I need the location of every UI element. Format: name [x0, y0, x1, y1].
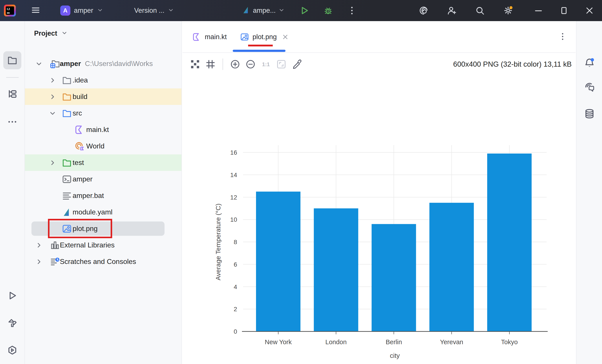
- fit-content-button[interactable]: [276, 59, 286, 69]
- folder-tool-button[interactable]: [3, 51, 21, 69]
- vcs-label: Version ...: [134, 7, 164, 14]
- svg-text:6: 6: [234, 261, 237, 268]
- project-tool-window: Project amperC:\Users\david\Works.ideabu…: [25, 21, 182, 364]
- play-button[interactable]: [299, 6, 310, 16]
- project-name: amper: [74, 7, 93, 14]
- gear-button[interactable]: [503, 6, 513, 16]
- zoom-in-button[interactable]: [230, 59, 240, 69]
- database-button[interactable]: [580, 105, 599, 123]
- chevron-collapsed-icon[interactable]: [49, 76, 56, 84]
- tree-row-external-libraries[interactable]: External Libraries: [25, 237, 182, 253]
- minimize-button[interactable]: [533, 6, 544, 16]
- tree-item-label: .idea: [73, 72, 88, 88]
- tree-row--idea[interactable]: .idea: [25, 72, 182, 88]
- close-button[interactable]: [584, 6, 594, 16]
- tree-item-label: main.kt: [86, 121, 109, 138]
- folder-icon: [62, 108, 72, 118]
- tree-item-label: module.yaml: [73, 204, 112, 220]
- bug-button[interactable]: [323, 6, 333, 16]
- one-to-one-button[interactable]: 1:1: [261, 59, 271, 69]
- chevron-collapsed-icon[interactable]: [35, 242, 43, 249]
- chevron-collapsed-icon[interactable]: [49, 93, 56, 100]
- tree-row-module-yaml[interactable]: module.yaml: [25, 204, 182, 220]
- user-plus-button[interactable]: [447, 6, 457, 16]
- intellij-logo: IJ: [4, 5, 16, 17]
- stripe-divider: [6, 77, 19, 78]
- more-horizontal-button[interactable]: [3, 113, 21, 131]
- image-file-icon: [240, 32, 249, 41]
- run-config-name: ampe...: [253, 7, 276, 14]
- main-menu-button[interactable]: [30, 4, 42, 17]
- tab-plot-png[interactable]: plot.png: [233, 21, 286, 53]
- svg-text:London: London: [325, 339, 347, 345]
- tab-close-icon[interactable]: [281, 33, 289, 41]
- more-vertical-button[interactable]: [347, 6, 357, 16]
- editor-area: main.kt plot.png 1:1 600x400 PNG (32-bit…: [183, 21, 576, 364]
- main-toolbar: IJ A amper Version ... ampe...: [0, 0, 602, 21]
- ai-spiral-button[interactable]: [419, 6, 429, 16]
- module-root-icon: [50, 59, 60, 69]
- tree-item-label: build: [73, 88, 87, 105]
- tree-row-world[interactable]: World: [25, 138, 182, 154]
- project-tree: amperC:\Users\david\Works.ideabuildsrcma…: [25, 45, 182, 364]
- pixel-grid-button[interactable]: [205, 59, 215, 69]
- run-button[interactable]: [3, 287, 21, 305]
- active-tab-indicator: [233, 50, 286, 52]
- tree-row-src[interactable]: src: [25, 105, 182, 121]
- run-actions: [299, 6, 357, 16]
- project-panel-title: Project: [34, 30, 57, 37]
- project-panel-header[interactable]: Project: [34, 27, 68, 40]
- tree-row-test[interactable]: test: [25, 154, 182, 171]
- ai-chat-button[interactable]: [580, 78, 599, 96]
- color-picker-button[interactable]: [292, 59, 302, 69]
- chevron-collapsed-icon[interactable]: [49, 159, 56, 167]
- tree-item-label: Scratches and Consoles: [60, 253, 136, 270]
- tree-row-plot-png[interactable]: plot.png: [25, 220, 182, 237]
- tree-row-amper-bat[interactable]: amper.bat: [25, 187, 182, 204]
- structure-button[interactable]: [3, 85, 21, 103]
- svg-text:12: 12: [230, 194, 237, 201]
- svg-text:2: 2: [234, 306, 237, 312]
- vcs-widget[interactable]: Version ...: [134, 7, 174, 14]
- tree-item-label: src: [73, 105, 82, 121]
- tab-label: main.kt: [205, 33, 227, 41]
- amper-logo-icon: [62, 207, 72, 217]
- bell-button[interactable]: [580, 54, 599, 72]
- text-file-icon: [62, 191, 72, 201]
- tab-main-kt[interactable]: main.kt: [186, 21, 224, 53]
- services-button[interactable]: [3, 341, 21, 359]
- tree-row-amper[interactable]: amperC:\Users\david\Works: [25, 55, 182, 72]
- ide-window: { "toolbar": { "project": { "badge": "A"…: [0, 0, 602, 364]
- build-hammer-button[interactable]: [3, 314, 21, 332]
- search-button[interactable]: [475, 6, 485, 16]
- tab-bar-more-button[interactable]: [557, 21, 569, 53]
- folder-icon: [62, 75, 72, 85]
- chevron-expanded-icon[interactable]: [35, 60, 43, 67]
- tree-row-main-kt[interactable]: main.kt: [25, 121, 182, 138]
- zoom-out-button[interactable]: [246, 59, 256, 69]
- chevron-down-icon: [278, 7, 285, 14]
- tree-item-label: test: [73, 154, 84, 171]
- maximize-button[interactable]: [559, 6, 569, 16]
- tree-row-build[interactable]: build: [25, 88, 182, 105]
- project-widget[interactable]: A amper: [60, 6, 103, 16]
- svg-text:8: 8: [234, 239, 237, 246]
- annotation-red-underline: [248, 45, 273, 46]
- tree-row-scratches-and-consoles[interactable]: Scratches and Consoles: [25, 253, 182, 270]
- chevron-down-icon: [61, 30, 68, 37]
- chevron-expanded-icon[interactable]: [49, 109, 56, 117]
- svg-text:10: 10: [230, 216, 237, 223]
- tree-item-label: amperC:\Users\david\Works: [60, 55, 153, 72]
- run-configuration-widget[interactable]: ampe...: [242, 6, 285, 15]
- left-tool-stripe: [0, 21, 25, 364]
- tab-label: plot.png: [252, 33, 277, 41]
- svg-text:4: 4: [234, 283, 237, 290]
- chevron-collapsed-icon[interactable]: [35, 258, 43, 266]
- checkerboard-button[interactable]: [190, 59, 200, 69]
- tree-item-path: C:\Users\david\Works: [85, 60, 153, 67]
- tree-row-amper[interactable]: amper: [25, 171, 182, 187]
- menu-icon: [31, 6, 40, 15]
- toolbar-right-actions: [419, 6, 513, 16]
- library-icon: [50, 240, 60, 250]
- more-vertical-icon: [558, 32, 567, 42]
